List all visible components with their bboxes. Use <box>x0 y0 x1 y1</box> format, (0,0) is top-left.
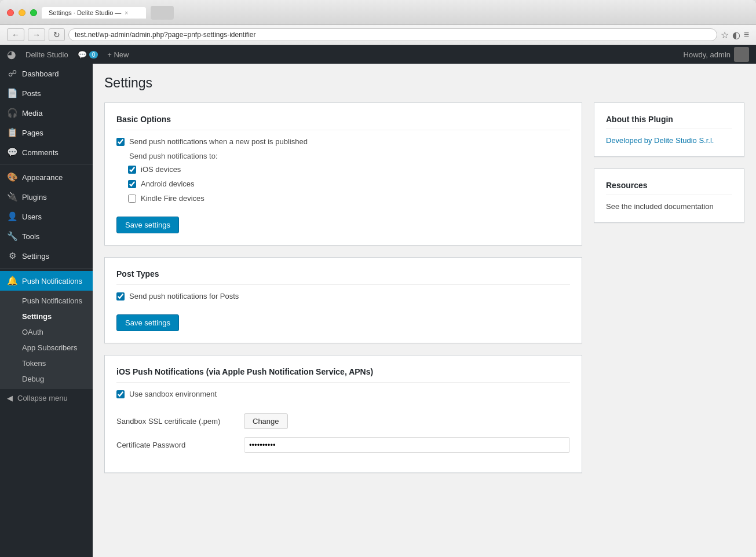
wp-main-content: Settings Basic Options Send push notific… <box>93 64 756 557</box>
send-posts-row: Send push notifications for Posts <box>116 292 570 301</box>
forward-button[interactable]: → <box>28 28 45 41</box>
submenu-item-oauth[interactable]: OAuth <box>0 324 93 340</box>
settings-icon: ⚙ <box>7 251 17 261</box>
sidebar-label-tools: Tools <box>22 232 39 241</box>
tab-close-icon[interactable]: × <box>125 10 128 16</box>
basic-options-title: Basic Options <box>116 115 570 130</box>
cert-password-input[interactable] <box>244 437 570 453</box>
use-sandbox-row: Use sandbox environment <box>116 390 570 398</box>
sidebar-item-tools[interactable]: 🔧 Tools <box>0 226 93 246</box>
ssl-cert-row: Sandbox SSL certificate (.pem) Change <box>116 413 570 429</box>
wp-body: ☍ Dashboard 📄 Posts 🎧 Media 📋 Pages 💬 <box>0 64 756 557</box>
submenu: Push Notifications Settings OAuth App Su… <box>0 291 93 389</box>
send-when-published-label[interactable]: Send push notifications when a new post … <box>116 137 308 146</box>
sidebar-item-posts[interactable]: 📄 Posts <box>0 83 93 103</box>
comments-icon: 💬 <box>7 147 17 157</box>
sidebar-item-push[interactable]: 🔔 Push Notifications <box>0 271 93 291</box>
wp-admin: ◕ Delite Studio 💬 0 + New Howdy, admin ☍… <box>0 45 756 557</box>
send-when-published-row: Send push notifications when a new post … <box>116 137 570 146</box>
wp-logo-icon: ◕ <box>7 48 16 61</box>
submenu-item-app-subscribers[interactable]: App Subscribers <box>0 340 93 356</box>
sidebar-label-comments: Comments <box>22 148 59 157</box>
browser-window: Settings · Delite Studio — × ← → ↻ ☆ ◐ ≡… <box>0 0 756 557</box>
site-name-link[interactable]: Delite Studio <box>25 50 68 59</box>
sidebar-label-dashboard: Dashboard <box>22 69 59 78</box>
star-icon[interactable]: ☆ <box>721 30 729 41</box>
about-plugin-link[interactable]: Developed by Delite Studio S.r.l. <box>606 136 714 145</box>
sidebar-separator-1 <box>0 164 93 165</box>
sidebar-label-plugins: Plugins <box>22 193 47 201</box>
sidebar-label-push: Push Notifications <box>22 277 82 285</box>
ssl-cert-input-area: Change <box>244 413 570 429</box>
collapse-label: Collapse menu <box>17 394 68 402</box>
ssl-cert-label: Sandbox SSL certificate (.pem) <box>116 417 244 426</box>
submenu-item-push-notifications[interactable]: Push Notifications <box>0 293 93 309</box>
sidebar-item-media[interactable]: 🎧 Media <box>0 103 93 123</box>
browser-action-icon[interactable]: ◐ <box>732 30 740 41</box>
howdy-text: Howdy, admin <box>684 47 749 62</box>
sidebar: ☍ Dashboard 📄 Posts 🎧 Media 📋 Pages 💬 <box>0 64 93 557</box>
close-button[interactable] <box>7 9 14 16</box>
comments-link[interactable]: 💬 0 <box>78 50 98 59</box>
kindle-checkbox-label[interactable]: Kindle Fire devices <box>128 194 204 203</box>
wp-topbar: ◕ Delite Studio 💬 0 + New Howdy, admin <box>0 45 756 64</box>
sidebar-item-settings[interactable]: ⚙ Settings <box>0 246 93 266</box>
cert-password-row: Certificate Password <box>116 437 570 453</box>
tab-title: Settings · Delite Studio — <box>49 9 121 16</box>
menu-icon[interactable]: ≡ <box>744 30 749 40</box>
sidebar-label-appearance: Appearance <box>22 173 63 182</box>
sidebar-item-dashboard[interactable]: ☍ Dashboard <box>0 64 93 83</box>
submenu-item-settings[interactable]: Settings <box>0 309 93 324</box>
use-sandbox-label[interactable]: Use sandbox environment <box>116 390 217 398</box>
refresh-button[interactable]: ↻ <box>49 28 65 41</box>
sidebar-label-users: Users <box>22 212 42 221</box>
minimize-button[interactable] <box>19 9 25 16</box>
basic-options-box: Basic Options Send push notifications wh… <box>104 102 582 245</box>
sidebar-label-pages: Pages <box>22 129 43 137</box>
ios-box: iOS Push Notifications (via Apple Push N… <box>104 355 582 473</box>
comment-count: 0 <box>89 51 98 58</box>
cert-password-label: Certificate Password <box>116 441 244 449</box>
collapse-menu[interactable]: ◀ Collapse menu <box>0 389 93 407</box>
back-button[interactable]: ← <box>7 28 24 41</box>
post-types-box: Post Types Send push notifications for P… <box>104 257 582 343</box>
maximize-button[interactable] <box>30 9 37 16</box>
sidebar-separator-2 <box>0 268 93 269</box>
sidebar-item-appearance[interactable]: 🎨 Appearance <box>0 167 93 187</box>
post-types-title: Post Types <box>116 269 570 285</box>
browser-tab[interactable]: Settings · Delite Studio — × <box>42 7 146 19</box>
submenu-item-debug[interactable]: Debug <box>0 371 93 387</box>
change-cert-button[interactable]: Change <box>244 413 288 429</box>
new-link[interactable]: + New <box>107 50 129 59</box>
page-title: Settings <box>104 75 744 91</box>
sidebar-item-plugins[interactable]: 🔌 Plugins <box>0 187 93 207</box>
sidebar-item-pages[interactable]: 📋 Pages <box>0 123 93 142</box>
sidebar-item-users[interactable]: 👤 Users <box>0 207 93 226</box>
about-plugin-box: About this Plugin Developed by Delite St… <box>594 102 744 157</box>
use-sandbox-checkbox[interactable] <box>116 390 125 398</box>
ios-checkbox-label[interactable]: iOS devices <box>128 165 181 174</box>
resources-title: Resources <box>606 181 732 195</box>
kindle-row: Kindle Fire devices <box>128 194 570 203</box>
send-posts-checkbox[interactable] <box>116 292 125 301</box>
send-posts-label[interactable]: Send push notifications for Posts <box>116 292 239 301</box>
kindle-checkbox[interactable] <box>128 195 136 203</box>
dashboard-icon: ☍ <box>7 68 17 79</box>
send-when-published-checkbox[interactable] <box>116 138 125 146</box>
push-icon: 🔔 <box>7 276 17 286</box>
posts-icon: 📄 <box>7 88 17 98</box>
submenu-item-tokens[interactable]: Tokens <box>0 356 93 371</box>
sidebar-item-comments[interactable]: 💬 Comments <box>0 142 93 162</box>
address-bar[interactable] <box>68 28 717 41</box>
tools-icon: 🔧 <box>7 231 17 241</box>
android-checkbox-label[interactable]: Android devices <box>128 179 195 188</box>
browser-toolbar: ← → ↻ ☆ ◐ ≡ <box>0 25 756 45</box>
browser-titlebar: Settings · Delite Studio — × <box>0 0 756 25</box>
ios-checkbox[interactable] <box>128 166 136 174</box>
cert-password-input-area <box>244 437 570 453</box>
android-checkbox[interactable] <box>128 180 136 188</box>
resources-box: Resources See the included documentation <box>594 168 744 223</box>
post-types-save-button[interactable]: Save settings <box>116 314 179 331</box>
basic-options-save-button[interactable]: Save settings <box>116 217 179 233</box>
plugins-icon: 🔌 <box>7 192 17 202</box>
